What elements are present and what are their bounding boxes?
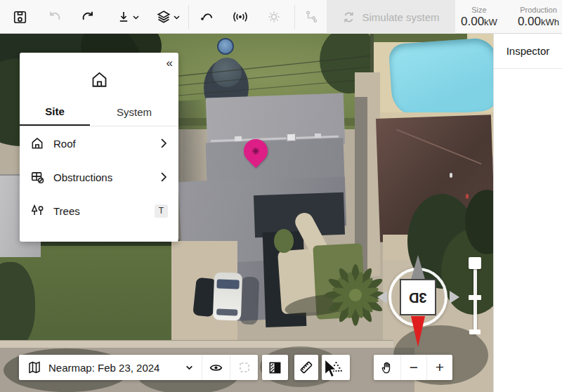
map-icon	[27, 360, 41, 374]
map-roof-vent	[235, 136, 242, 141]
node-graph-icon	[303, 9, 319, 25]
compass-3d-button[interactable]: 3D	[400, 279, 436, 315]
map-sidewalk	[0, 340, 393, 348]
zoom-slider-midtick	[469, 295, 481, 300]
menu-item-obstructions[interactable]: Obstructions	[20, 160, 178, 194]
menu-item-label: Roof	[53, 138, 159, 150]
map-car-windshield	[216, 279, 239, 289]
plus-icon: +	[436, 359, 444, 376]
menu-item-label: Trees	[53, 205, 155, 217]
size-value: 0.00kW	[461, 15, 497, 29]
map-bottom-toolbar: Nearmap: Feb 23, 2024	[0, 355, 493, 383]
imagery-visibility-button[interactable]	[202, 355, 230, 380]
chevron-down-icon	[133, 14, 139, 20]
zoom-slider-handle[interactable]	[469, 257, 481, 269]
redo-button[interactable]	[72, 0, 103, 34]
chevron-right-icon	[159, 172, 168, 182]
redo-icon	[80, 9, 96, 25]
sync-icon	[342, 11, 355, 24]
size-stat: Size 0.00kW	[461, 6, 497, 28]
system-stats: Size 0.00kW Production 0.00kWh	[461, 0, 559, 34]
map-car-shadow	[240, 277, 259, 325]
zoom-slider[interactable]	[464, 253, 486, 341]
ruler-icon	[299, 360, 314, 375]
size-label: Size	[471, 6, 486, 15]
zoom-out-button[interactable]: −	[400, 355, 426, 380]
menu-item-roof[interactable]: Roof	[20, 126, 178, 160]
contrast-button[interactable]	[262, 355, 288, 380]
zoom-in-button[interactable]: +	[426, 355, 452, 380]
map-shrub	[274, 229, 294, 253]
production-stat: Production 0.00kWh	[518, 6, 559, 28]
imagery-dropdown[interactable]: Nearmap: Feb 23, 2024	[19, 355, 202, 380]
compass-needle-gray	[410, 255, 426, 282]
roof-icon	[30, 136, 44, 150]
chevron-right-icon	[159, 138, 168, 148]
undo-button[interactable]	[39, 0, 70, 34]
inspector-panel: Inspector	[493, 34, 562, 392]
eye-icon	[209, 360, 223, 375]
imagery-label: Nearmap: Feb 23, 2024	[48, 362, 178, 374]
arc-tool-button[interactable]	[191, 0, 222, 34]
compass-3d-label: 3D	[409, 289, 427, 306]
aerial-map-canvas[interactable]: « Site System Roof	[0, 34, 493, 392]
map-pool	[388, 37, 493, 117]
production-label: Production	[520, 6, 557, 15]
tab-system[interactable]: System	[90, 98, 178, 126]
pan-tool-button[interactable]	[374, 355, 400, 380]
undo-icon	[47, 9, 63, 25]
home-icon	[90, 70, 109, 89]
map-roof-vent	[315, 133, 321, 138]
map-roof-skylight	[287, 133, 296, 141]
arc-tool-icon	[199, 9, 214, 25]
production-value: 0.00kWh	[518, 15, 559, 29]
save-icon	[13, 10, 27, 25]
layers-button[interactable]	[149, 0, 187, 34]
toolbar-divider	[294, 5, 295, 29]
top-toolbar: Simulate system Size 0.00kW Production 0…	[0, 0, 562, 34]
compass-east-arrow	[450, 291, 459, 303]
tab-site[interactable]: Site	[20, 98, 90, 126]
compass-needle-red	[411, 316, 425, 347]
stringing-tool-button[interactable]	[296, 0, 327, 34]
pin-glyph-icon	[251, 147, 260, 155]
zoom-slider-endcap	[469, 329, 481, 334]
menu-item-label: Obstructions	[53, 171, 159, 183]
compass-3d-control[interactable]: 3D	[377, 251, 461, 350]
hand-icon	[380, 360, 394, 374]
site-panel: « Site System Roof	[20, 53, 178, 242]
mouse-cursor	[323, 358, 339, 379]
contrast-icon	[268, 360, 282, 375]
signal-tool-button[interactable]	[225, 0, 256, 34]
crop-frame-icon	[237, 360, 251, 374]
map-person-dot	[466, 194, 469, 199]
measure-button[interactable]	[294, 355, 318, 380]
chevron-down-icon	[174, 14, 180, 20]
chevron-down-icon	[185, 364, 193, 372]
sun-tool-button[interactable]	[259, 0, 289, 34]
imagery-group: Nearmap: Feb 23, 2024	[19, 355, 258, 380]
toolbar-divider	[188, 5, 189, 29]
compass-west-arrow	[377, 291, 387, 303]
save-button[interactable]	[4, 0, 35, 34]
obstructions-icon	[30, 170, 44, 184]
pan-zoom-group: − +	[374, 355, 452, 380]
signal-icon	[232, 9, 249, 25]
collapse-panel-button[interactable]: «	[166, 56, 172, 70]
crop-extent-button[interactable]	[230, 355, 258, 380]
layers-icon	[156, 9, 171, 25]
simulate-system-button[interactable]: Simulate system	[327, 0, 455, 34]
map-white-car	[213, 272, 242, 320]
map-car-rear-window	[216, 308, 237, 315]
inspector-title: Inspector	[494, 34, 562, 69]
download-icon	[117, 10, 131, 24]
menu-item-trees[interactable]: Trees T	[20, 194, 178, 228]
project-home	[20, 53, 178, 89]
panel-tabs: Site System	[20, 98, 178, 126]
download-button[interactable]	[109, 0, 147, 34]
trees-icon	[30, 204, 44, 218]
minus-icon: −	[410, 359, 418, 376]
map-person-dot	[450, 173, 452, 178]
simulate-system-label: Simulate system	[362, 11, 439, 23]
shortcut-badge: T	[155, 204, 168, 218]
